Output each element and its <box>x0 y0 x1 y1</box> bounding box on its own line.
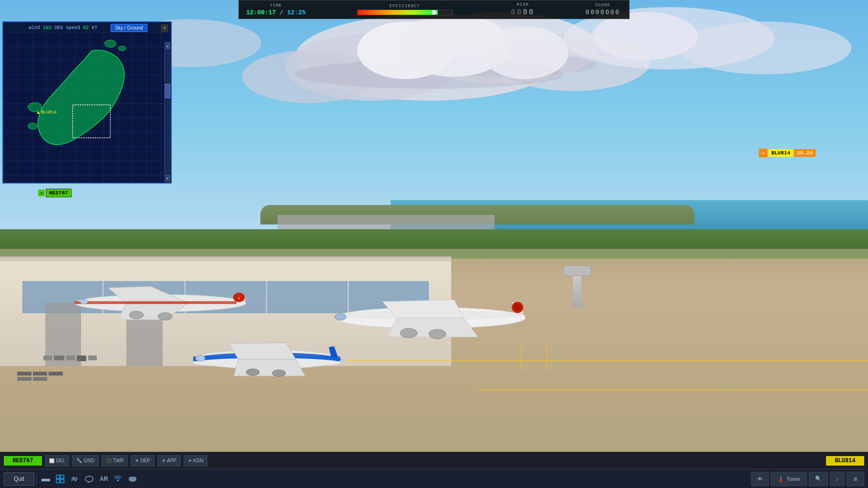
svg-point-52 <box>118 46 126 51</box>
grass-strip <box>0 229 868 249</box>
music-button[interactable]: ♪ <box>830 472 845 486</box>
radar-aircraft-blu814: BLU814 <box>37 110 56 115</box>
twr-label: TWR <box>113 458 124 463</box>
binoculars-button[interactable]: 👁 <box>751 472 769 486</box>
speech-icon <box>84 475 94 483</box>
risk-value: 0000 <box>511 8 535 17</box>
svg-point-44 <box>429 329 446 339</box>
tower-label: Tower <box>786 476 800 482</box>
efficiency-bar <box>358 10 438 15</box>
svg-rect-57 <box>61 475 64 478</box>
quit-button[interactable]: Quit <box>4 472 34 486</box>
path-icon <box>70 475 79 483</box>
red767-status-name[interactable]: RED767 <box>4 456 42 466</box>
wind-info: wind 182 DEG speed 02 KT <box>29 25 97 30</box>
ground-equipment <box>17 372 63 381</box>
radar-close-button[interactable]: × <box>161 24 168 32</box>
music-icon: ♪ <box>836 476 839 482</box>
bottom-toolbar: Quit ▬ AR <box>0 469 868 488</box>
signal-icon <box>114 475 122 483</box>
time-label: Time <box>270 3 282 8</box>
sky-ground-button[interactable]: Sky / Ground <box>111 24 147 32</box>
wind-deg-unit: DEG <box>54 25 63 30</box>
del-label: DEL <box>56 458 65 463</box>
svg-point-65 <box>132 477 136 480</box>
svg-point-51 <box>105 40 116 48</box>
gnd-button[interactable]: 🔧 GND <box>72 455 98 467</box>
weather-button[interactable] <box>125 472 140 486</box>
ar-button[interactable]: AR <box>97 472 111 486</box>
pause-button[interactable]: ⏸ <box>847 472 864 486</box>
wind-speed: 02 <box>83 25 89 30</box>
pause-icon: ⏸ <box>853 476 858 482</box>
wind-speed-unit: KT <box>92 25 97 30</box>
radar-scroll-down[interactable]: ▼ <box>165 175 170 182</box>
aircraft-blu814-3d <box>191 338 343 381</box>
radar-blu814-label: BLU814 <box>41 110 56 115</box>
ground-vehicles <box>43 356 97 361</box>
twr-button[interactable]: ⬛ TWR <box>102 455 128 467</box>
aircraft-label-blu814-topright[interactable]: ✈ BLU814 25.24 <box>759 149 816 157</box>
efficiency-label: Efficiency <box>390 4 420 9</box>
svg-point-33 <box>272 370 286 376</box>
score-value: 0000000 <box>586 9 620 16</box>
hud-bar: Time 12:00:17 / 12:25 Efficiency Risk 00… <box>238 0 630 19</box>
control-tower-shaft <box>573 274 581 307</box>
svg-rect-59 <box>61 479 64 483</box>
aircraft-red-airlines-3d: Red Airlines <box>330 294 530 342</box>
radar-scrollbar-thumb[interactable] <box>165 84 170 98</box>
radar-header: N wind 182 DEG speed 02 KT Sky / Ground … <box>6 24 168 32</box>
hud-efficiency-section: Efficiency <box>348 4 462 15</box>
risk-label: Risk <box>517 2 529 7</box>
bottom-right-controls: 👁 🗼 Tower 🔍 ♪ ⏸ <box>751 472 864 486</box>
svg-point-42 <box>335 314 346 320</box>
svg-text:✕: ✕ <box>238 296 240 300</box>
path-button[interactable] <box>67 472 82 486</box>
svg-point-54 <box>28 123 38 130</box>
red767-name-box: RED767 <box>46 189 72 197</box>
svg-marker-29 <box>229 343 296 359</box>
radar-dot <box>37 111 40 114</box>
radar-scroll-up[interactable]: ▲ <box>165 42 170 49</box>
aircraft-status-bar: RED767 ⬜ DEL 🔧 GND ⬛ TWR ✈ DEP ✈ APP ✈ K… <box>0 452 868 469</box>
gnd-label: GND <box>83 458 94 463</box>
red767-icon: ✈ <box>38 190 45 196</box>
terminal-roof-detail <box>0 256 451 261</box>
search-view-button[interactable]: 🔍 <box>809 472 828 486</box>
minimize-button[interactable]: ▬ <box>39 472 53 486</box>
app-button[interactable]: ✈ APP <box>157 455 181 467</box>
game-viewport: ✕ Red Airlines <box>0 0 868 488</box>
blu814-name-box: BLU814 <box>768 149 793 157</box>
svg-marker-41 <box>382 300 464 318</box>
tower-icon: 🗼 <box>777 475 785 482</box>
current-time: 12:00:17 <box>246 9 276 16</box>
status-blu814: BLU814 <box>826 456 864 466</box>
radar-scrollbar[interactable]: ▲ ▼ <box>164 41 171 183</box>
svg-marker-28 <box>234 359 305 376</box>
svg-point-32 <box>246 369 259 376</box>
status-red767: RED767 <box>4 456 42 466</box>
aircraft-red767-3d: ✕ <box>70 284 251 322</box>
dep-button[interactable]: ✈ DEP <box>131 455 155 467</box>
efficiency-indicator <box>432 10 436 15</box>
tower-view-button[interactable]: 🗼 Tower <box>771 472 806 486</box>
search-icon: 🔍 <box>815 476 822 482</box>
hud-time-section: Time 12:00:17 / 12:25 <box>246 3 306 16</box>
radar-islands-svg <box>3 32 171 183</box>
svg-point-43 <box>400 328 417 338</box>
svg-point-38 <box>514 304 521 311</box>
aircraft-label-red767[interactable]: ✈ RED767 <box>38 189 72 197</box>
time-limit: 12:25 <box>287 9 306 16</box>
efficiency-bar-container <box>357 10 453 15</box>
radar-toggle-button[interactable] <box>53 472 67 486</box>
speech-button[interactable] <box>82 472 97 486</box>
kdn-button[interactable]: ✈ KDN <box>184 455 207 467</box>
svg-point-62 <box>117 479 119 481</box>
blu814-status-name[interactable]: BLU814 <box>826 456 864 466</box>
taxiway-line <box>347 360 868 361</box>
dep-label: DEP <box>140 458 150 463</box>
signal-button[interactable] <box>111 472 125 486</box>
wind-label: wind <box>29 25 40 30</box>
wind-deg: 182 <box>43 25 52 30</box>
del-button[interactable]: ⬜ DEL <box>45 455 69 467</box>
